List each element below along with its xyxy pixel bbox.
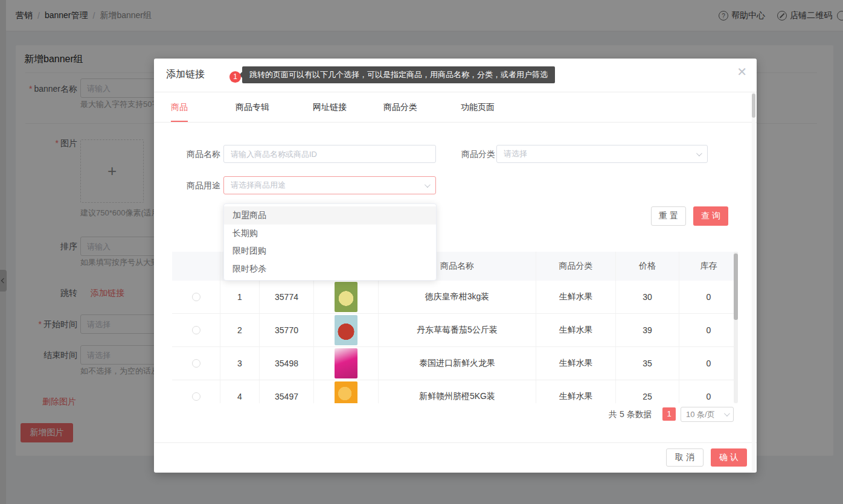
row-radio[interactable] bbox=[192, 326, 200, 334]
divider bbox=[154, 442, 757, 443]
tab-product-category[interactable]: 商品分类 bbox=[383, 92, 417, 122]
row-index: 3 bbox=[220, 347, 260, 380]
product-image bbox=[335, 315, 357, 345]
table-scrollbar-thumb[interactable] bbox=[734, 254, 738, 320]
modal-scrollbar-thumb[interactable] bbox=[752, 94, 755, 118]
row-name: 新鲜赣州脐橙5KG装 bbox=[379, 380, 536, 403]
chevron-down-icon bbox=[425, 182, 431, 188]
pagination-total: 共 5 条数据 bbox=[609, 409, 652, 420]
row-name: 德庆皇帝柑3kg装 bbox=[379, 281, 536, 313]
row-name: 泰国进口新鲜火龙果 bbox=[379, 347, 536, 380]
table-row[interactable]: 1 35774 德庆皇帝柑3kg装 生鲜水果 30 0 bbox=[172, 281, 738, 314]
row-category: 生鲜水果 bbox=[536, 281, 616, 313]
product-category-label: 商品分类 bbox=[459, 149, 495, 160]
cancel-button[interactable]: 取 消 bbox=[666, 448, 704, 467]
row-category: 生鲜水果 bbox=[536, 314, 616, 346]
tab-function-page[interactable]: 功能页面 bbox=[461, 92, 495, 122]
row-price: 35 bbox=[616, 347, 679, 380]
product-category-select[interactable]: 请选择 bbox=[496, 145, 708, 163]
confirm-button[interactable]: 确 认 bbox=[711, 448, 747, 467]
row-id: 35774 bbox=[260, 281, 314, 313]
row-stock: 0 bbox=[679, 314, 738, 346]
row-id: 35498 bbox=[260, 347, 314, 380]
product-image bbox=[335, 381, 357, 403]
product-image bbox=[335, 348, 357, 378]
row-price: 39 bbox=[616, 314, 679, 346]
tab-url-link[interactable]: 网址链接 bbox=[313, 92, 347, 122]
product-category-placeholder: 请选择 bbox=[504, 148, 696, 159]
dropdown-option-long-term[interactable]: 长期购 bbox=[224, 225, 436, 243]
modal-scrollbar-track bbox=[752, 92, 755, 471]
tab-product[interactable]: 商品 bbox=[171, 92, 188, 122]
modal-title: 添加链接 bbox=[166, 68, 205, 81]
pagination-page-1[interactable]: 1 bbox=[662, 407, 676, 421]
row-index: 4 bbox=[220, 380, 260, 403]
product-usage-dropdown: 加盟商品 长期购 限时团购 限时秒杀 bbox=[223, 203, 437, 281]
row-category: 生鲜水果 bbox=[536, 347, 616, 380]
product-name-input[interactable] bbox=[223, 145, 436, 163]
table-row[interactable]: 4 35497 新鲜赣州脐橙5KG装 生鲜水果 25 0 bbox=[172, 380, 738, 403]
guide-step-badge: 1 bbox=[229, 71, 241, 83]
product-usage-label: 商品用途 bbox=[184, 180, 220, 191]
product-image bbox=[335, 282, 357, 312]
table-header-category: 商品分类 bbox=[536, 252, 616, 281]
table-header-stock: 库存 bbox=[679, 252, 738, 281]
table-row[interactable]: 2 35770 丹东草莓番茄5公斤装 生鲜水果 39 0 bbox=[172, 314, 738, 347]
dropdown-option-flash-sale[interactable]: 限时秒杀 bbox=[224, 260, 436, 278]
chevron-down-icon bbox=[724, 410, 730, 416]
row-radio[interactable] bbox=[192, 392, 200, 401]
row-id: 35770 bbox=[260, 314, 314, 346]
page: 营销 / banner管理 / 新增banner组 ? 帮助中心 店铺二维码 新… bbox=[0, 0, 843, 504]
row-stock: 0 bbox=[679, 347, 738, 380]
tab-product-album[interactable]: 商品专辑 bbox=[236, 92, 269, 122]
divider bbox=[154, 122, 757, 123]
row-price: 30 bbox=[616, 281, 679, 313]
search-button[interactable]: 查 询 bbox=[693, 206, 728, 226]
product-usage-placeholder: 请选择商品用途 bbox=[231, 180, 425, 191]
dropdown-option-franchise[interactable]: 加盟商品 bbox=[224, 206, 436, 225]
table-row[interactable]: 3 35498 泰国进口新鲜火龙果 生鲜水果 35 0 bbox=[172, 347, 738, 380]
product-name-label: 商品名称 bbox=[184, 149, 220, 160]
reset-button[interactable]: 重 置 bbox=[651, 206, 686, 226]
page-size-select[interactable]: 10 条/页 bbox=[681, 407, 734, 422]
page-size-value: 10 条/页 bbox=[686, 409, 724, 420]
add-link-modal: 添加链接 1 跳转的页面可以有以下几个选择，可以是指定商品，用商品名称，分类，或… bbox=[154, 59, 757, 473]
dropdown-option-group-buy[interactable]: 限时团购 bbox=[224, 242, 436, 260]
row-id: 35497 bbox=[260, 380, 314, 403]
chevron-down-icon bbox=[696, 150, 702, 156]
row-name: 丹东草莓番茄5公斤装 bbox=[379, 314, 536, 346]
row-index: 1 bbox=[220, 281, 260, 313]
close-icon[interactable]: ✕ bbox=[737, 66, 747, 78]
product-usage-select[interactable]: 请选择商品用途 bbox=[223, 176, 436, 194]
table-header-price: 价格 bbox=[616, 252, 679, 281]
row-category: 生鲜水果 bbox=[536, 380, 616, 403]
table-header-cell bbox=[172, 252, 220, 281]
row-radio[interactable] bbox=[192, 293, 200, 301]
row-stock: 0 bbox=[679, 380, 738, 403]
row-price: 25 bbox=[616, 380, 679, 403]
row-index: 2 bbox=[220, 314, 260, 346]
row-stock: 0 bbox=[679, 281, 738, 313]
guide-tooltip: 跳转的页面可以有以下几个选择，可以是指定商品，用商品名称，分类，或者用户筛选 bbox=[242, 66, 555, 83]
row-radio[interactable] bbox=[192, 359, 200, 368]
